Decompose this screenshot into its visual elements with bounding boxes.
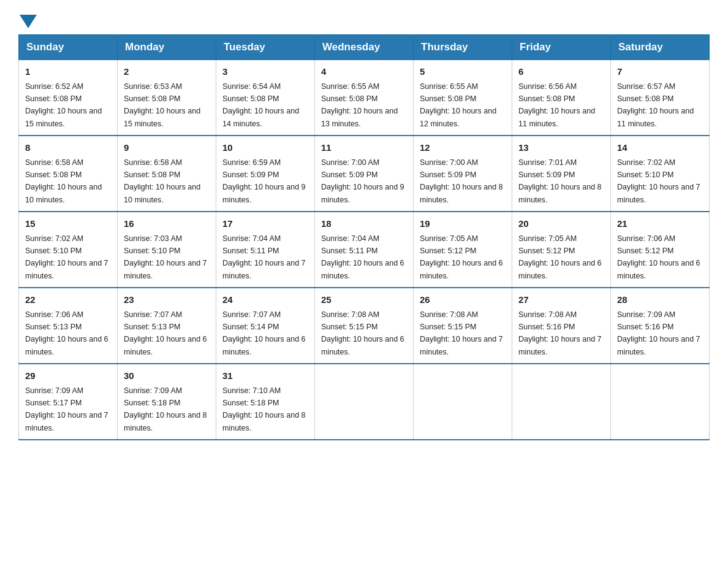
calendar-cell: 18 Sunrise: 7:04 AMSunset: 5:11 PMDaylig… <box>315 212 414 288</box>
day-info: Sunrise: 7:02 AMSunset: 5:10 PMDaylight:… <box>25 234 108 280</box>
weekday-header-saturday: Saturday <box>611 35 710 60</box>
calendar-cell <box>414 364 512 440</box>
weekday-header-sunday: Sunday <box>19 35 118 60</box>
day-number: 26 <box>420 293 506 307</box>
calendar-cell: 14 Sunrise: 7:02 AMSunset: 5:10 PMDaylig… <box>611 136 710 212</box>
day-number: 20 <box>518 217 604 231</box>
day-info: Sunrise: 6:57 AMSunset: 5:08 PMDaylight:… <box>617 82 694 128</box>
weekday-header-tuesday: Tuesday <box>216 35 315 60</box>
day-info: Sunrise: 6:53 AMSunset: 5:08 PMDaylight:… <box>124 82 200 128</box>
day-info: Sunrise: 7:00 AMSunset: 5:09 PMDaylight:… <box>420 158 503 204</box>
calendar-cell: 25 Sunrise: 7:08 AMSunset: 5:15 PMDaylig… <box>315 288 414 364</box>
day-number: 24 <box>222 293 308 307</box>
day-info: Sunrise: 7:01 AMSunset: 5:09 PMDaylight:… <box>518 158 602 204</box>
day-info: Sunrise: 7:02 AMSunset: 5:10 PMDaylight:… <box>617 158 700 204</box>
day-number: 19 <box>420 217 506 231</box>
day-number: 5 <box>420 65 506 79</box>
weekday-header-thursday: Thursday <box>414 35 512 60</box>
day-number: 1 <box>25 65 111 79</box>
calendar-week-row: 1 Sunrise: 6:52 AMSunset: 5:08 PMDayligh… <box>19 60 710 136</box>
day-number: 21 <box>617 217 703 231</box>
calendar-cell: 16 Sunrise: 7:03 AMSunset: 5:10 PMDaylig… <box>118 212 216 288</box>
day-info: Sunrise: 7:09 AMSunset: 5:16 PMDaylight:… <box>617 310 700 356</box>
day-number: 14 <box>617 141 703 155</box>
calendar-week-row: 22 Sunrise: 7:06 AMSunset: 5:13 PMDaylig… <box>19 288 710 364</box>
day-number: 25 <box>321 293 407 307</box>
calendar-cell: 1 Sunrise: 6:52 AMSunset: 5:08 PMDayligh… <box>19 60 118 136</box>
day-info: Sunrise: 7:05 AMSunset: 5:12 PMDaylight:… <box>420 234 503 280</box>
day-info: Sunrise: 7:07 AMSunset: 5:13 PMDaylight:… <box>124 310 207 356</box>
day-info: Sunrise: 6:55 AMSunset: 5:08 PMDaylight:… <box>321 82 398 128</box>
calendar-cell: 22 Sunrise: 7:06 AMSunset: 5:13 PMDaylig… <box>19 288 118 364</box>
day-number: 28 <box>617 293 703 307</box>
calendar-cell: 30 Sunrise: 7:09 AMSunset: 5:18 PMDaylig… <box>118 364 216 440</box>
day-number: 23 <box>124 293 210 307</box>
calendar-cell: 19 Sunrise: 7:05 AMSunset: 5:12 PMDaylig… <box>414 212 512 288</box>
day-info: Sunrise: 7:04 AMSunset: 5:11 PMDaylight:… <box>321 234 404 280</box>
day-number: 17 <box>222 217 308 231</box>
calendar-cell: 15 Sunrise: 7:02 AMSunset: 5:10 PMDaylig… <box>19 212 118 288</box>
day-info: Sunrise: 6:58 AMSunset: 5:08 PMDaylight:… <box>124 158 200 204</box>
calendar-cell: 27 Sunrise: 7:08 AMSunset: 5:16 PMDaylig… <box>512 288 611 364</box>
page-header <box>18 12 710 28</box>
calendar-cell: 26 Sunrise: 7:08 AMSunset: 5:15 PMDaylig… <box>414 288 512 364</box>
day-number: 13 <box>518 141 604 155</box>
calendar-cell: 20 Sunrise: 7:05 AMSunset: 5:12 PMDaylig… <box>512 212 611 288</box>
day-number: 2 <box>124 65 210 79</box>
calendar-cell: 8 Sunrise: 6:58 AMSunset: 5:08 PMDayligh… <box>19 136 118 212</box>
calendar-header: SundayMondayTuesdayWednesdayThursdayFrid… <box>19 35 710 60</box>
day-info: Sunrise: 7:07 AMSunset: 5:14 PMDaylight:… <box>222 310 306 356</box>
calendar-cell: 2 Sunrise: 6:53 AMSunset: 5:08 PMDayligh… <box>118 60 216 136</box>
day-number: 4 <box>321 65 407 79</box>
day-info: Sunrise: 6:58 AMSunset: 5:08 PMDaylight:… <box>25 158 102 204</box>
calendar-cell: 23 Sunrise: 7:07 AMSunset: 5:13 PMDaylig… <box>118 288 216 364</box>
weekday-header-friday: Friday <box>512 35 611 60</box>
day-info: Sunrise: 7:06 AMSunset: 5:13 PMDaylight:… <box>25 310 108 356</box>
calendar-cell: 21 Sunrise: 7:06 AMSunset: 5:12 PMDaylig… <box>611 212 710 288</box>
day-info: Sunrise: 6:54 AMSunset: 5:08 PMDaylight:… <box>222 82 299 128</box>
day-info: Sunrise: 7:04 AMSunset: 5:11 PMDaylight:… <box>222 234 306 280</box>
calendar-cell: 12 Sunrise: 7:00 AMSunset: 5:09 PMDaylig… <box>414 136 512 212</box>
day-info: Sunrise: 6:59 AMSunset: 5:09 PMDaylight:… <box>222 158 306 204</box>
calendar-cell: 10 Sunrise: 6:59 AMSunset: 5:09 PMDaylig… <box>216 136 315 212</box>
day-number: 3 <box>222 65 308 79</box>
day-number: 11 <box>321 141 407 155</box>
calendar-week-row: 29 Sunrise: 7:09 AMSunset: 5:17 PMDaylig… <box>19 364 710 440</box>
day-number: 31 <box>222 369 308 383</box>
calendar-cell: 4 Sunrise: 6:55 AMSunset: 5:08 PMDayligh… <box>315 60 414 136</box>
day-number: 30 <box>124 369 210 383</box>
day-info: Sunrise: 7:00 AMSunset: 5:09 PMDaylight:… <box>321 158 404 204</box>
day-number: 7 <box>617 65 703 79</box>
calendar-cell: 17 Sunrise: 7:04 AMSunset: 5:11 PMDaylig… <box>216 212 315 288</box>
calendar-table: SundayMondayTuesdayWednesdayThursdayFrid… <box>18 34 710 440</box>
day-number: 27 <box>518 293 604 307</box>
calendar-cell: 31 Sunrise: 7:10 AMSunset: 5:18 PMDaylig… <box>216 364 315 440</box>
day-number: 12 <box>420 141 506 155</box>
day-info: Sunrise: 7:09 AMSunset: 5:18 PMDaylight:… <box>124 386 207 432</box>
day-number: 18 <box>321 217 407 231</box>
calendar-cell <box>315 364 414 440</box>
day-info: Sunrise: 7:05 AMSunset: 5:12 PMDaylight:… <box>518 234 602 280</box>
day-info: Sunrise: 7:10 AMSunset: 5:18 PMDaylight:… <box>222 386 306 432</box>
calendar-cell: 6 Sunrise: 6:56 AMSunset: 5:08 PMDayligh… <box>512 60 611 136</box>
day-info: Sunrise: 7:08 AMSunset: 5:15 PMDaylight:… <box>420 310 503 356</box>
calendar-cell: 3 Sunrise: 6:54 AMSunset: 5:08 PMDayligh… <box>216 60 315 136</box>
calendar-cell: 7 Sunrise: 6:57 AMSunset: 5:08 PMDayligh… <box>611 60 710 136</box>
logo-triangle-icon <box>20 15 37 28</box>
calendar-cell: 11 Sunrise: 7:00 AMSunset: 5:09 PMDaylig… <box>315 136 414 212</box>
day-info: Sunrise: 6:56 AMSunset: 5:08 PMDaylight:… <box>518 82 595 128</box>
day-info: Sunrise: 7:08 AMSunset: 5:15 PMDaylight:… <box>321 310 404 356</box>
day-number: 16 <box>124 217 210 231</box>
day-number: 8 <box>25 141 111 155</box>
day-number: 9 <box>124 141 210 155</box>
calendar-week-row: 8 Sunrise: 6:58 AMSunset: 5:08 PMDayligh… <box>19 136 710 212</box>
day-info: Sunrise: 7:06 AMSunset: 5:12 PMDaylight:… <box>617 234 700 280</box>
calendar-body: 1 Sunrise: 6:52 AMSunset: 5:08 PMDayligh… <box>19 60 710 440</box>
day-number: 22 <box>25 293 111 307</box>
day-info: Sunrise: 6:52 AMSunset: 5:08 PMDaylight:… <box>25 82 102 128</box>
calendar-cell: 5 Sunrise: 6:55 AMSunset: 5:08 PMDayligh… <box>414 60 512 136</box>
calendar-week-row: 15 Sunrise: 7:02 AMSunset: 5:10 PMDaylig… <box>19 212 710 288</box>
calendar-cell: 29 Sunrise: 7:09 AMSunset: 5:17 PMDaylig… <box>19 364 118 440</box>
day-number: 15 <box>25 217 111 231</box>
day-info: Sunrise: 7:09 AMSunset: 5:17 PMDaylight:… <box>25 386 108 432</box>
